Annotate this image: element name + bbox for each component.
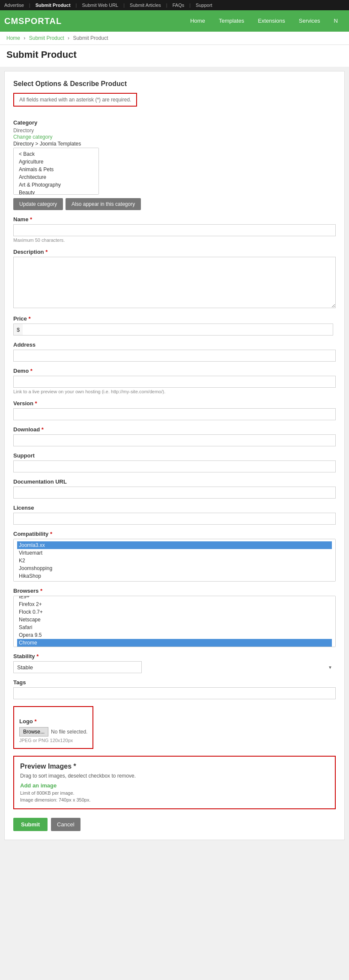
change-category-link[interactable]: Change category [13,134,52,140]
address-input[interactable] [13,350,336,362]
price-group: Price * $ 0.00 [13,315,336,336]
stability-label: Stability * [13,653,336,659]
demo-label: Demo * [13,368,336,374]
submit-button[interactable]: Submit [13,818,48,831]
main-content: Select Options & Describe Product All fi… [4,71,345,840]
address-group: Address [13,342,336,362]
logo-section: Logo * Browse... No file selected. JPEG … [13,706,93,749]
support-input[interactable] [13,460,336,472]
submit-row: Submit Cancel [13,818,336,831]
browsers-label: Browsers * [13,588,336,594]
topbar-submit-product[interactable]: Submit Product [36,3,71,8]
tags-input[interactable] [13,687,336,699]
download-label: Download * [13,426,336,433]
cancel-button[interactable]: Cancel [51,818,80,831]
price-input[interactable]: 0.00 [23,324,333,336]
price-wrap: $ 0.00 [13,324,336,336]
download-input[interactable] [13,434,336,446]
name-hint: Maximum 50 characters. [13,238,336,243]
nav-templates[interactable]: Templates [212,10,251,32]
description-group: Description * [13,249,336,309]
logo-no-file: No file selected. [51,729,87,735]
category-select[interactable]: < Back Agriculture Animals & Pets Archit… [13,148,99,195]
doc-url-input[interactable] [13,487,336,499]
nav-more[interactable]: N [327,10,345,32]
demo-hint: Link to a live preview on your own hosti… [13,389,336,394]
nav-home[interactable]: Home [183,10,212,32]
price-label: Price * [13,315,336,322]
logo-file-row: Browse... No file selected. [19,727,87,736]
preview-drag-hint: Drag to sort images, deselect checkbox t… [20,773,329,779]
name-group: Name * Maximum 50 characters. [13,216,336,243]
preview-title: Preview Images * [20,763,329,770]
also-appear-button[interactable]: Also appear in this category [66,198,141,210]
page-title: Submit Product [6,49,343,60]
category-group: Category Directory Change category Direc… [13,119,336,210]
site-logo[interactable]: CMSPORTAL [4,16,62,26]
description-label: Description * [13,249,336,255]
support-label: Support [13,452,336,459]
logo-browse-button[interactable]: Browse... [19,727,48,736]
preview-dimension-hint: Image dimension: 740px x 350px. [20,797,329,802]
breadcrumb-home[interactable]: Home [6,35,20,41]
category-type: Directory [13,128,336,134]
version-group: Version * 1.0.0 [13,400,336,420]
category-label: Category [13,119,336,126]
license-label: License [13,505,336,511]
doc-url-group: Documentation URL [13,478,336,499]
demo-group: Demo * Link to a live preview on your ow… [13,368,336,394]
topbar-support[interactable]: Support [196,3,212,8]
stability-group: Stability * Stable Beta Alpha ▼ [13,653,336,673]
license-group: License [13,505,336,525]
update-category-button[interactable]: Update category [13,198,63,210]
breadcrumb: Home › Submit Product › Submit Product [0,32,349,45]
description-textarea[interactable] [13,257,336,308]
topbar-submit-web-url[interactable]: Submit Web URL [82,3,118,8]
topbar-advertise[interactable]: Advertise [4,3,24,8]
nav-services[interactable]: Services [292,10,327,32]
preview-limit-hint: Limit of 800KB per image. [20,790,329,796]
version-input[interactable]: 1.0.0 [13,408,336,420]
browsers-select[interactable]: IE9+ Firefox 2+ Flock 0.7+ Netscape Safa… [13,596,336,647]
preview-section: Preview Images * Drag to sort images, de… [13,756,336,809]
version-label: Version * [13,400,336,407]
address-label: Address [13,342,336,348]
category-path: Directory > Joomla Templates [13,141,336,147]
logo-hint: JPEG or PNG 120x120px [19,738,87,743]
breadcrumb-submit-product-1[interactable]: Submit Product [29,35,64,41]
tags-group: Tags [13,679,336,699]
demo-input[interactable] [13,376,336,388]
browsers-group: Browsers * IE9+ Firefox 2+ Flock 0.7+ Ne… [13,588,336,647]
compatibility-label: Compatibility * [13,531,336,537]
add-image-link[interactable]: Add an image [20,782,57,789]
required-notice: All fields marked with an asterisk (*) a… [13,93,137,107]
nav-links: Home Templates Extensions Services N [183,10,345,32]
page-title-bar: Submit Product [0,45,349,67]
topbar-faqs[interactable]: FAQs [173,3,185,8]
tags-label: Tags [13,679,336,686]
price-prefix: $ [13,324,23,336]
compatibility-select[interactable]: Joomla3.xx Virtuemart K2 Joomshopping Hi… [13,539,336,582]
compatibility-group: Compatibility * Joomla3.xx Virtuemart K2… [13,531,336,582]
navbar: CMSPORTAL Home Templates Extensions Serv… [0,10,349,32]
breadcrumb-current: Submit Product [73,35,108,41]
stability-select[interactable]: Stable Beta Alpha [13,661,142,673]
download-group: Download * [13,426,336,446]
license-input[interactable] [13,513,336,525]
logo-label: Logo * [19,718,87,725]
category-buttons: Update category Also appear in this cate… [13,198,336,210]
stability-select-wrap: Stable Beta Alpha ▼ [13,661,336,673]
name-input[interactable] [13,224,336,236]
topbar-submit-articles[interactable]: Submit Articles [130,3,161,8]
name-label: Name * [13,216,336,223]
topbar: Advertise | Submit Product | Submit Web … [0,0,349,10]
form-section-title: Select Options & Describe Product [13,80,336,88]
chevron-down-icon: ▼ [328,665,332,670]
support-group: Support [13,452,336,472]
doc-url-label: Documentation URL [13,478,336,485]
nav-extensions[interactable]: Extensions [251,10,292,32]
